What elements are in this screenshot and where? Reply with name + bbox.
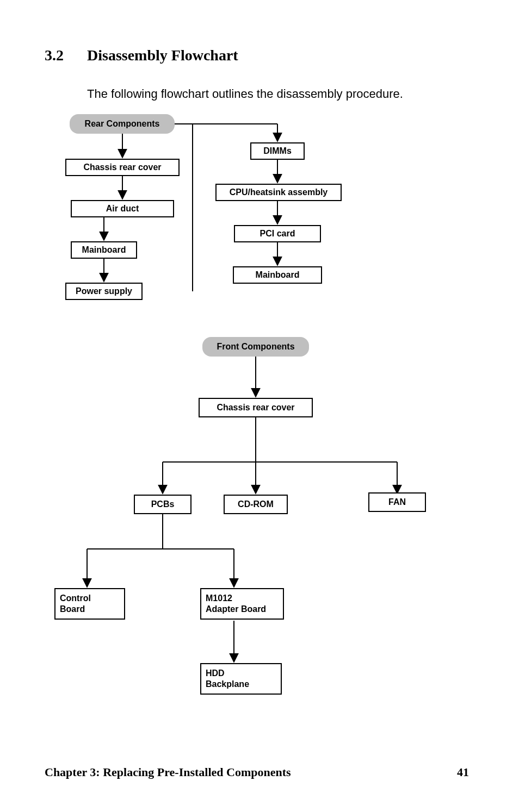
box-pci-card: PCI card bbox=[234, 225, 321, 242]
footer-chapter: Chapter 3: Replacing Pre-Installed Compo… bbox=[45, 765, 291, 779]
box-control-board: Control Board bbox=[54, 588, 125, 620]
box-m1012-adapter: M1012 Adapter Board bbox=[200, 588, 284, 620]
box-cdrom: CD-ROM bbox=[224, 495, 288, 514]
box-air-duct: Air duct bbox=[71, 200, 174, 217]
box-chassis-rear-cover-2: Chassis rear cover bbox=[199, 398, 313, 417]
box-pcbs: PCBs bbox=[134, 495, 191, 514]
footer-page-number: 41 bbox=[457, 765, 469, 779]
box-dimms: DIMMs bbox=[250, 142, 305, 160]
box-mainboard: Mainboard bbox=[71, 241, 137, 259]
box-power-supply: Power supply bbox=[65, 283, 143, 300]
box-fan: FAN bbox=[368, 492, 426, 512]
box-mainboard-2: Mainboard bbox=[233, 266, 322, 284]
page: 3.2 Disassembly Flowchart The following … bbox=[0, 0, 519, 812]
box-chassis-rear-cover: Chassis rear cover bbox=[65, 159, 180, 176]
front-components-pill: Front Components bbox=[202, 337, 309, 357]
box-hdd-backplane: HDD Backplane bbox=[200, 663, 282, 695]
rear-components-pill: Rear Components bbox=[70, 114, 175, 134]
box-cpu-heatsink: CPU/heatsink assembly bbox=[215, 184, 342, 201]
